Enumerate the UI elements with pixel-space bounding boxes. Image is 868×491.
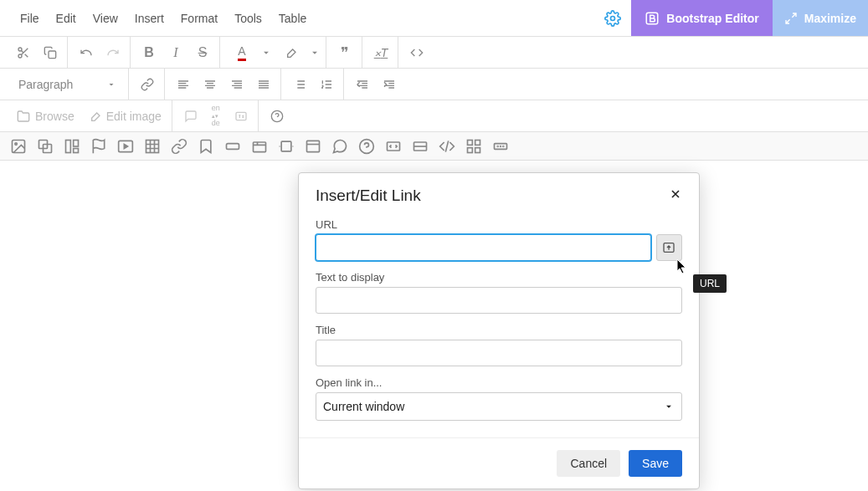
insert-link-modal: Insert/Edit Link URL Text to display <box>298 172 700 489</box>
title-input[interactable] <box>316 340 682 366</box>
open-link-select[interactable]: Current window <box>316 392 682 421</box>
upload-icon <box>662 241 675 254</box>
title-label: Title <box>316 324 682 336</box>
text-to-display-label: Text to display <box>316 271 682 284</box>
url-tooltip: URL <box>693 274 727 293</box>
close-icon[interactable] <box>669 187 682 205</box>
modal-overlay: Insert/Edit Link URL Text to display <box>0 0 868 491</box>
save-button[interactable]: Save <box>629 450 682 477</box>
open-link-label: Open link in... <box>316 376 682 389</box>
cancel-button[interactable]: Cancel <box>557 450 620 477</box>
modal-title: Insert/Edit Link <box>316 187 421 205</box>
url-input[interactable] <box>316 234 651 261</box>
text-to-display-input[interactable] <box>316 287 682 314</box>
url-upload-button[interactable] <box>656 234 682 261</box>
open-link-value: Current window <box>323 400 404 413</box>
chevron-down-icon <box>663 401 675 412</box>
url-label: URL <box>316 218 682 231</box>
